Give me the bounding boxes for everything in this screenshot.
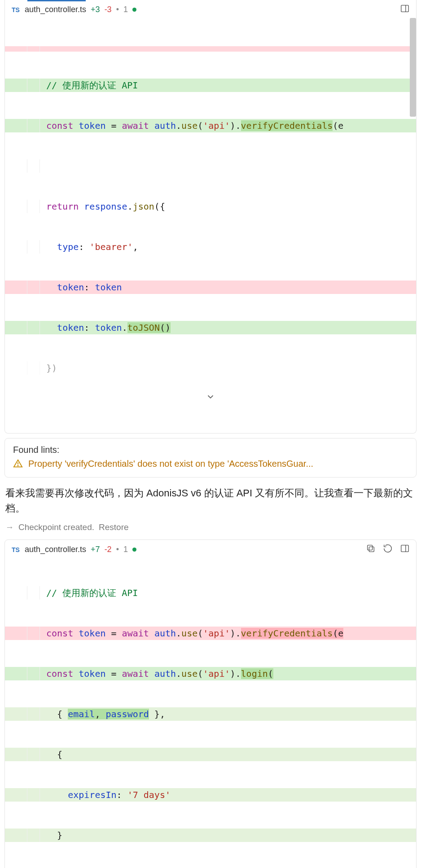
lints-panel-1: Found lints: Property 'verifyCredentials… bbox=[4, 438, 417, 478]
file-header[interactable]: auth_controller.ts +3 -3 • 1 bbox=[5, 0, 416, 19]
file-name: auth_controller.ts bbox=[25, 5, 86, 14]
svg-rect-4 bbox=[369, 547, 374, 552]
svg-point-3 bbox=[18, 465, 18, 466]
ts-icon bbox=[11, 5, 20, 14]
svg-rect-5 bbox=[368, 545, 373, 550]
refresh-icon[interactable] bbox=[383, 544, 393, 556]
code-diff[interactable]: // 使用新的认证 API const token = await auth.u… bbox=[5, 559, 416, 868]
warning-icon bbox=[13, 459, 23, 471]
assistant-text: 看来我需要再次修改代码，因为 AdonisJS v6 的认证 API 又有所不同… bbox=[0, 482, 421, 520]
diff-card-1: auth_controller.ts +3 -3 • 1 // 使用新的认证 A… bbox=[4, 0, 417, 434]
layout-icon[interactable] bbox=[400, 4, 410, 16]
code-diff[interactable]: // 使用新的认证 API const token = await auth.u… bbox=[5, 19, 416, 433]
expand-down-icon[interactable] bbox=[5, 391, 416, 406]
lint-message[interactable]: Property 'verifyCredentials' does not ex… bbox=[28, 459, 313, 469]
copy-icon[interactable] bbox=[366, 544, 376, 556]
svg-rect-0 bbox=[401, 5, 409, 12]
diff-card-2: auth_controller.ts +7 -2 • 1 // 使用新的认证 A… bbox=[4, 539, 417, 868]
scrollbar-thumb[interactable] bbox=[410, 18, 416, 117]
arrow-right-icon: → bbox=[5, 522, 14, 532]
lints-title: Found lints: bbox=[13, 445, 408, 455]
modified-dot-icon bbox=[132, 548, 136, 552]
layout-icon[interactable] bbox=[400, 544, 410, 556]
file-header[interactable]: auth_controller.ts +7 -2 • 1 bbox=[5, 540, 416, 559]
lines-removed: -3 bbox=[105, 5, 112, 14]
lines-added: +3 bbox=[91, 5, 100, 14]
restore-link[interactable]: Restore bbox=[99, 522, 129, 532]
svg-rect-6 bbox=[401, 545, 409, 552]
modified-dot-icon bbox=[132, 8, 136, 12]
ts-icon bbox=[11, 545, 20, 554]
checkpoint-row: → Checkpoint created. Restore bbox=[0, 520, 421, 535]
